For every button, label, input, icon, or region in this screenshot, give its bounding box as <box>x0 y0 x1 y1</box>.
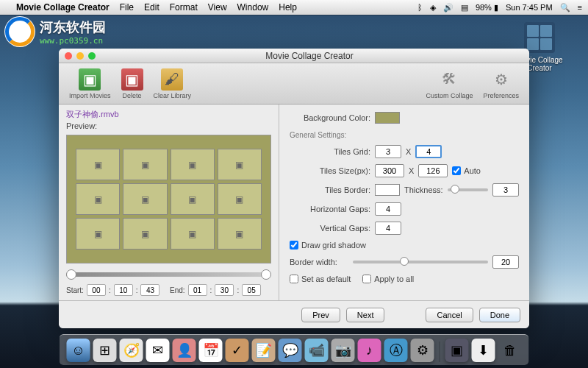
start-mm[interactable] <box>114 284 133 296</box>
vgap-input[interactable] <box>375 222 401 235</box>
apply-all-checkbox[interactable] <box>362 275 371 283</box>
titlebar[interactable]: Movie Collage Creator <box>59 49 529 63</box>
tile: ▣ <box>123 149 167 180</box>
footer: Prev Next Cancel Done <box>59 300 529 328</box>
dock-notes[interactable]: 📝 <box>252 339 276 362</box>
thickness-slider[interactable] <box>448 188 488 191</box>
set-default-checkbox[interactable] <box>290 275 298 283</box>
dock-calendar[interactable]: 📅 <box>199 339 223 362</box>
menu-format[interactable]: Format <box>170 2 198 13</box>
start-ss[interactable] <box>140 284 159 296</box>
tile: ▣ <box>218 149 262 180</box>
preview-label: Preview: <box>66 121 271 130</box>
bg-color-swatch[interactable] <box>375 112 400 124</box>
dock-appstore[interactable]: Ⓐ <box>384 339 408 362</box>
cancel-button[interactable]: Cancel <box>426 308 473 322</box>
dock-trash[interactable]: 🗑 <box>498 339 522 362</box>
tiles-border-label: Tiles Border: <box>290 185 370 194</box>
grid-shadow-checkbox[interactable] <box>290 241 298 250</box>
notification-icon[interactable]: ≡ <box>578 3 582 12</box>
delete-button[interactable]: ▣ Delete <box>118 67 146 101</box>
menubar: Movie Collage Creator File Edit Format V… <box>0 0 588 15</box>
border-width-input[interactable] <box>492 255 519 269</box>
wifi-icon[interactable]: ◈ <box>430 3 436 13</box>
dock-contacts[interactable]: 👤 <box>173 339 196 362</box>
border-width-slider[interactable] <box>353 261 488 263</box>
preferences-button[interactable]: ⚙ Preferences <box>480 67 522 101</box>
done-button[interactable]: Done <box>479 308 520 322</box>
app-menu[interactable]: Movie Collage Creator <box>16 2 110 13</box>
custom-collage-button[interactable]: 🛠 Custom Collage <box>423 67 476 101</box>
flag-icon[interactable]: ▤ <box>461 3 468 13</box>
filename: 双子神偷.rmvb <box>66 109 271 120</box>
tile: ▣ <box>171 218 215 250</box>
menu-window[interactable]: Window <box>237 2 269 13</box>
dock-app[interactable]: ▣ <box>445 339 469 362</box>
end-ss[interactable] <box>242 284 261 296</box>
close-button[interactable] <box>65 52 72 60</box>
grid-cols-input[interactable] <box>415 145 442 158</box>
dock-settings[interactable]: ⚙ <box>411 339 434 362</box>
watermark-url: www.pc0359.cn <box>40 36 106 46</box>
end-label: End: <box>170 286 185 294</box>
auto-checkbox[interactable] <box>452 166 461 175</box>
delete-icon: ▣ <box>121 68 143 91</box>
menu-edit[interactable]: Edit <box>144 2 159 13</box>
menu-view[interactable]: View <box>208 2 227 13</box>
set-default-label: Set as default <box>301 275 351 283</box>
zoom-button[interactable] <box>88 52 96 60</box>
volume-icon[interactable]: 🔊 <box>443 3 453 13</box>
dock-mail[interactable]: ✉ <box>146 339 170 362</box>
start-label: Start: <box>66 286 84 294</box>
tile-width-input[interactable] <box>375 164 404 177</box>
auto-label: Auto <box>464 166 481 175</box>
prev-button[interactable]: Prev <box>301 308 340 322</box>
end-mm[interactable] <box>215 284 234 296</box>
start-hh[interactable] <box>87 284 106 296</box>
bluetooth-icon[interactable]: ᛒ <box>417 3 423 12</box>
general-settings-label: General Settings: <box>290 131 519 139</box>
dock-reminders[interactable]: ✓ <box>226 339 249 362</box>
preview-pane: 双子神偷.rmvb Preview: ▣▣▣▣ ▣▣▣▣ ▣▣▣▣ Start:… <box>59 105 279 300</box>
tiles-size-label: Tiles Size(px): <box>290 166 370 175</box>
tiles-grid-label: Tiles Grid: <box>290 147 370 156</box>
tile: ▣ <box>218 218 262 250</box>
spotlight-icon[interactable]: 🔍 <box>560 3 570 13</box>
thickness-input[interactable] <box>492 183 519 197</box>
menu-file[interactable]: File <box>120 2 134 13</box>
dock-facetime[interactable]: 📹 <box>305 339 329 362</box>
tile: ▣ <box>76 149 120 180</box>
dock-photobooth[interactable]: 📷 <box>331 339 355 362</box>
tile: ▣ <box>76 218 120 250</box>
tile-height-input[interactable] <box>418 164 448 177</box>
tile: ▣ <box>123 218 167 250</box>
watermark: 河东软件园 www.pc0359.cn <box>4 16 106 47</box>
apply-all-label: Apply to all <box>374 275 414 283</box>
tile: ▣ <box>171 149 215 180</box>
battery-status[interactable]: 98% ▮ <box>476 3 498 13</box>
hgap-input[interactable] <box>375 202 401 216</box>
timeline-slider[interactable] <box>66 272 271 277</box>
gear-icon: ⚙ <box>490 68 512 91</box>
next-button[interactable]: Next <box>346 308 385 322</box>
tile: ▣ <box>218 183 262 215</box>
import-movies-button[interactable]: ▣ Import Movies <box>66 67 114 101</box>
dock-messages[interactable]: 💬 <box>279 339 302 362</box>
import-icon: ▣ <box>79 68 101 91</box>
grid-rows-input[interactable] <box>375 145 401 158</box>
bg-color-label: Background Color: <box>290 113 370 122</box>
app-window: Movie Collage Creator ▣ Import Movies ▣ … <box>59 49 529 328</box>
menu-help[interactable]: Help <box>279 2 297 13</box>
end-hh[interactable] <box>188 284 207 296</box>
dock-launchpad[interactable]: ⊞ <box>93 339 117 362</box>
tile: ▣ <box>123 183 167 215</box>
vgap-label: Vertical Gaps: <box>290 224 370 233</box>
clock[interactable]: Sun 7:45 PM <box>506 3 553 12</box>
border-color-swatch[interactable] <box>375 184 400 196</box>
dock-itunes[interactable]: ♪ <box>358 339 381 362</box>
minimize-button[interactable] <box>76 52 84 60</box>
dock-safari[interactable]: 🧭 <box>120 339 143 362</box>
clear-library-button[interactable]: 🖌 Clear Library <box>151 67 195 101</box>
dock-downloads[interactable]: ⬇ <box>472 339 495 362</box>
dock-finder[interactable]: ☺ <box>67 339 90 362</box>
